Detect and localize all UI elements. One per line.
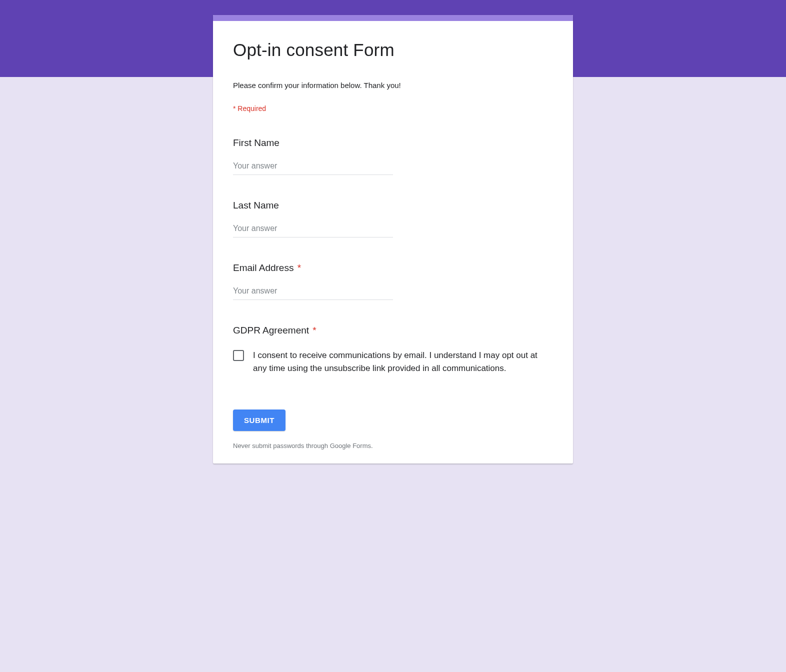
required-asterisk-icon: * — [312, 325, 316, 336]
submit-button[interactable]: SUBMIT — [233, 410, 286, 431]
question-gdpr: GDPR Agreement * I consent to receive co… — [233, 325, 553, 374]
required-note: * Required — [233, 104, 553, 112]
required-asterisk-icon: * — [298, 262, 301, 273]
page-container: Opt-in consent Form Please confirm your … — [98, 0, 688, 464]
form-title: Opt-in consent Form — [233, 40, 553, 60]
form-description: Please confirm your information below. T… — [233, 81, 553, 90]
form-card: Opt-in consent Form Please confirm your … — [213, 15, 573, 464]
question-last-name: Last Name — [233, 200, 553, 238]
card-body: Opt-in consent Form Please confirm your … — [213, 21, 573, 464]
question-label-gdpr: GDPR Agreement * — [233, 325, 553, 336]
last-name-input[interactable] — [233, 222, 393, 238]
question-label-email: Email Address * — [233, 262, 553, 274]
email-label-text: Email Address — [233, 262, 294, 273]
gdpr-consent-checkbox[interactable] — [233, 350, 244, 361]
email-input[interactable] — [233, 284, 393, 300]
submit-row: SUBMIT — [233, 410, 553, 431]
footer-note: Never submit passwords through Google Fo… — [233, 442, 553, 450]
first-name-input[interactable] — [233, 160, 393, 175]
card-accent-bar — [213, 15, 573, 21]
gdpr-consent-label: I consent to receive communications by e… — [253, 349, 553, 374]
gdpr-label-text: GDPR Agreement — [233, 325, 309, 336]
question-label-first-name: First Name — [233, 138, 553, 148]
question-label-last-name: Last Name — [233, 200, 553, 211]
gdpr-option-row: I consent to receive communications by e… — [233, 349, 553, 374]
question-first-name: First Name — [233, 138, 553, 175]
question-email: Email Address * — [233, 262, 553, 300]
